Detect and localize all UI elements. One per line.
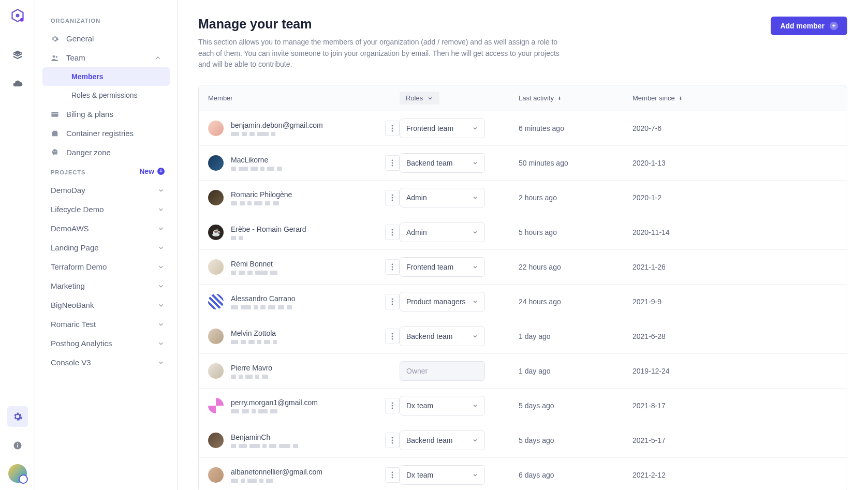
role-select[interactable]: Admin	[400, 222, 485, 242]
member-since: 2021-8-17	[632, 402, 837, 410]
table-row: Rémi Bonnet Frontend team 22 hours ago 2…	[199, 250, 847, 285]
dots-vertical-icon	[391, 298, 393, 305]
member-avatar: ☕	[208, 225, 224, 240]
chevron-down-icon	[157, 283, 165, 290]
member-actions-button[interactable]	[385, 121, 400, 136]
member-since: 2020-1-2	[632, 194, 837, 202]
svg-point-23	[392, 234, 393, 236]
member-since: 2021-9-9	[632, 298, 837, 306]
layers-icon[interactable]	[7, 44, 28, 65]
info-icon[interactable]	[7, 435, 28, 456]
svg-point-14	[392, 130, 393, 132]
user-avatar[interactable]	[8, 464, 27, 483]
svg-point-28	[392, 301, 393, 303]
member-name: Alessandro Carrano	[231, 294, 378, 303]
member-actions-button[interactable]	[385, 259, 400, 275]
add-member-button[interactable]: Add member +	[771, 17, 847, 35]
members-table: Member Roles Last activity Member sinc	[198, 85, 847, 490]
sidebar-item-danger[interactable]: Danger zone	[35, 143, 177, 162]
obscured-detail	[231, 305, 378, 309]
member-actions-button[interactable]	[385, 225, 400, 240]
role-select[interactable]: Backend team	[400, 326, 485, 346]
project-item[interactable]: Lifecycle Demo	[35, 200, 177, 219]
project-item[interactable]: Console V3	[35, 353, 177, 372]
table-row: MacLikorne Backend team 50 minutes ago 2…	[199, 146, 847, 181]
sidebar-subitem-label: Members	[71, 72, 103, 81]
svg-point-31	[392, 336, 393, 337]
member-actions-button[interactable]	[385, 294, 400, 309]
sidebar-item-label: Biling & plans	[66, 110, 113, 118]
table-row: Alessandro Carrano Product managers 24 h…	[199, 285, 847, 319]
svg-rect-10	[52, 131, 58, 136]
settings-icon[interactable]	[7, 406, 28, 427]
role-select[interactable]: Frontend team	[400, 118, 485, 138]
member-actions-button[interactable]	[385, 155, 400, 171]
role-select[interactable]: Admin	[400, 188, 485, 207]
logo[interactable]	[9, 7, 26, 24]
cloud-icon[interactable]	[7, 73, 28, 94]
project-item[interactable]: Romaric Test	[35, 315, 177, 334]
project-item[interactable]: BigNeoBank	[35, 295, 177, 315]
sidebar-item-team[interactable]: Team	[35, 48, 177, 67]
obscured-detail	[231, 375, 400, 379]
table-row: Melvin Zottola Backend team 1 day ago 20…	[199, 319, 847, 354]
project-item[interactable]: Landing Page	[35, 238, 177, 257]
obscured-detail	[231, 201, 378, 205]
svg-point-41	[392, 477, 393, 479]
activity-label: Last activity	[519, 94, 554, 102]
sidebar-subitem-roles[interactable]: Roles & permissions	[42, 86, 170, 105]
role-label: Backend team	[406, 159, 453, 167]
sidebar-subitem-members[interactable]: Members	[42, 67, 170, 86]
projects-section-title: PROJECTS	[35, 162, 101, 181]
project-item[interactable]: Terraform Demo	[35, 257, 177, 276]
chevron-down-icon	[427, 95, 433, 101]
project-name: Terraform Demo	[51, 262, 107, 271]
project-item[interactable]: DemoAWS	[35, 219, 177, 238]
member-actions-button[interactable]	[385, 190, 400, 205]
sidebar-item-billing[interactable]: Biling & plans	[35, 105, 177, 124]
member-actions-button[interactable]	[385, 329, 400, 344]
new-project-button[interactable]: New +	[139, 167, 165, 175]
role-select[interactable]: Frontend team	[400, 257, 485, 277]
project-item[interactable]: Posthog Analytics	[35, 334, 177, 353]
role-label: Backend team	[406, 332, 453, 340]
roles-filter-button[interactable]: Roles	[400, 92, 439, 105]
role-select[interactable]: Backend team	[400, 430, 485, 450]
dots-vertical-icon	[391, 229, 393, 236]
sidebar-item-label: Danger zone	[66, 148, 111, 157]
sort-since[interactable]: Member since	[632, 94, 683, 102]
member-actions-button[interactable]	[385, 467, 400, 483]
table-row: ☕ Erèbe - Romain Gerard Admin 5 hours ag…	[199, 215, 847, 250]
project-item[interactable]: Marketing	[35, 276, 177, 295]
role-select[interactable]: Dx team	[400, 465, 485, 485]
role-label: Owner	[406, 367, 428, 375]
sidebar-item-registries[interactable]: Container registries	[35, 124, 177, 143]
member-name: Pierre Mavro	[231, 364, 400, 372]
member-since: 2021-5-17	[632, 436, 837, 444]
chevron-down-icon	[472, 229, 478, 235]
member-actions-button[interactable]	[385, 433, 400, 448]
sidebar-item-label: Container registries	[66, 129, 134, 138]
sidebar-item-general[interactable]: General	[35, 29, 177, 48]
dots-vertical-icon	[391, 263, 393, 271]
role-select[interactable]: Product managers	[400, 292, 485, 311]
member-since: 2020-11-14	[632, 228, 837, 236]
role-select[interactable]: Dx team	[400, 396, 485, 415]
last-activity: 6 days ago	[519, 471, 632, 479]
role-select[interactable]: Backend team	[400, 153, 485, 173]
member-name: MacLikorne	[231, 156, 378, 164]
project-item[interactable]: DemoDay	[35, 181, 177, 200]
member-name: benjamin.debon@gmail.com	[231, 121, 378, 129]
sort-activity[interactable]: Last activity	[519, 94, 562, 102]
role-label: Admin	[406, 194, 427, 202]
member-actions-button[interactable]	[385, 398, 400, 413]
svg-point-26	[392, 269, 393, 271]
since-label: Member since	[632, 94, 675, 102]
member-avatar	[208, 329, 224, 344]
member-avatar	[208, 259, 224, 275]
chevron-down-icon	[472, 333, 478, 339]
member-name: albanetonnellier@gmail.com	[231, 468, 378, 476]
obscured-detail	[231, 236, 378, 240]
member-name: perry.morgan1@gmail.com	[231, 398, 378, 407]
table-row: perry.morgan1@gmail.com Dx team 5 days a…	[199, 389, 847, 423]
